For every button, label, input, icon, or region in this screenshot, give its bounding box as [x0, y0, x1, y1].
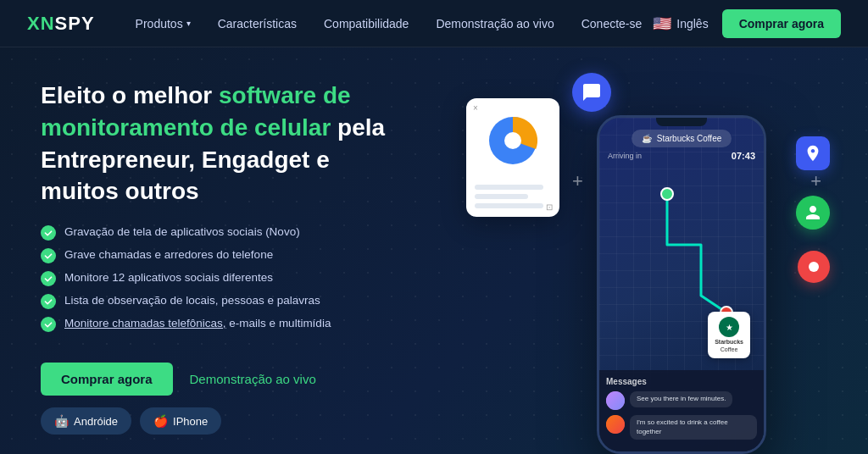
- float-chat-bubble: [572, 73, 611, 112]
- phone-notch: [656, 118, 707, 126]
- android-button[interactable]: 🤖 Andróide: [41, 407, 131, 435]
- phone-topbar: ☕ Starbucks Coffee Arriving in 07:43: [606, 130, 757, 161]
- starbucks-logo-icon: ★: [719, 317, 739, 337]
- svg-point-1: [41, 248, 56, 263]
- plus-icon: +: [810, 170, 821, 192]
- avatar-img: [606, 391, 625, 410]
- logo-spy: SPY: [55, 13, 95, 34]
- report-lines: [475, 185, 551, 208]
- check-icon: [41, 317, 56, 332]
- list-item: Monitore 12 aplicativos sociais diferent…: [41, 270, 407, 286]
- phone-screen: ☕ Starbucks Coffee Arriving in 07:43 ★: [599, 118, 764, 451]
- logo[interactable]: XNSPY: [27, 13, 95, 35]
- list-item: Grave chamadas e arredores do telefone: [41, 247, 407, 263]
- flag-icon: 🇺🇸: [653, 14, 671, 33]
- phone-mockup: ☕ Starbucks Coffee Arriving in 07:43 ★: [597, 115, 766, 454]
- check-icon: [41, 294, 56, 309]
- avatar-img: [606, 415, 625, 434]
- message-bubble: I'm so excited to drink a coffee togethe…: [606, 415, 757, 440]
- report-line: [475, 185, 543, 190]
- hero-buy-button[interactable]: Comprar agora: [41, 363, 173, 396]
- list-item: Lista de observação de locais, pessoas e…: [41, 293, 407, 309]
- location-icon: [804, 144, 822, 163]
- nav-links: Produtos ▾ Características Compatibilida…: [125, 12, 654, 36]
- avatar: [606, 415, 625, 434]
- record-icon: [806, 259, 821, 274]
- arriving-row: Arriving in 07:43: [606, 151, 757, 161]
- record-icon-float: [798, 251, 830, 283]
- svg-point-7: [809, 262, 819, 272]
- pie-chart: [487, 115, 538, 166]
- hero-title: Eleito o melhor software de monitorament…: [41, 80, 407, 208]
- svg-point-4: [41, 317, 56, 332]
- cta-row: Comprar agora Demonstração ao vivo: [41, 363, 407, 396]
- android-icon: 🤖: [54, 414, 69, 428]
- nav-compatibilidade[interactable]: Compatibilidade: [314, 12, 419, 36]
- plus-icon: +: [572, 170, 583, 192]
- svg-point-0: [41, 225, 56, 241]
- message-bubble: See you there in few minutes.: [606, 391, 757, 410]
- starbucks-card: ★ Starbucks Coffee: [708, 312, 750, 358]
- svg-point-3: [41, 294, 56, 309]
- nav-caracteristicas[interactable]: Características: [208, 12, 307, 36]
- svg-point-2: [41, 271, 56, 286]
- hero-demo-button[interactable]: Demonstração ao vivo: [190, 372, 316, 386]
- report-line: [475, 203, 543, 208]
- star-icon: ☕: [642, 134, 652, 143]
- list-item: Monitore chamadas telefônicas, e-mails e…: [41, 316, 407, 332]
- avatar: [606, 391, 625, 410]
- starbucks-pill: ☕ Starbucks Coffee: [632, 130, 732, 147]
- platform-row: 🤖 Andróide 🍎 IPhone: [41, 407, 407, 435]
- iphone-button[interactable]: 🍎 IPhone: [140, 407, 221, 435]
- check-icon: [41, 248, 56, 263]
- nav-conecte[interactable]: Conecte-se: [571, 12, 653, 36]
- hero-section: Eleito o melhor software de monitorament…: [0, 47, 868, 454]
- phone-outer: ☕ Starbucks Coffee Arriving in 07:43 ★: [597, 115, 766, 454]
- features-list: Gravação de tela de aplicativos sociais …: [41, 224, 407, 339]
- close-icon[interactable]: ×: [473, 103, 478, 113]
- nav-demonstracao[interactable]: Demonstração ao vivo: [426, 12, 564, 36]
- hero-visual: × ⊡ + +: [441, 47, 868, 454]
- navbar-buy-button[interactable]: Comprar agora: [722, 9, 841, 38]
- phone-messages: Messages See you there in few minutes.: [599, 370, 764, 451]
- hero-content: Eleito o melhor software de monitorament…: [0, 47, 441, 454]
- check-icon: [41, 225, 56, 241]
- svg-point-8: [661, 188, 673, 200]
- check-icon: [41, 271, 56, 286]
- chevron-down-icon: ▾: [186, 19, 191, 28]
- float-report-card: × ⊡: [466, 98, 559, 217]
- user-icon-float: [796, 196, 830, 230]
- nav-produtos[interactable]: Produtos ▾: [125, 12, 201, 36]
- location-icon-float: [796, 136, 830, 170]
- logo-xn: XN: [27, 13, 55, 34]
- resize-icon: ⊡: [546, 202, 553, 212]
- nav-right: 🇺🇸 Inglês Comprar agora: [653, 9, 841, 38]
- navbar: XNSPY Produtos ▾ Características Compati…: [0, 0, 868, 47]
- lang-selector[interactable]: 🇺🇸 Inglês: [653, 14, 708, 33]
- list-item: Gravação de tela de aplicativos sociais …: [41, 224, 407, 241]
- apple-icon: 🍎: [153, 414, 168, 428]
- user-icon: [804, 204, 821, 221]
- lang-label: Inglês: [676, 17, 708, 30]
- chat-icon: [581, 82, 602, 102]
- svg-point-6: [504, 132, 521, 149]
- report-line: [475, 194, 528, 199]
